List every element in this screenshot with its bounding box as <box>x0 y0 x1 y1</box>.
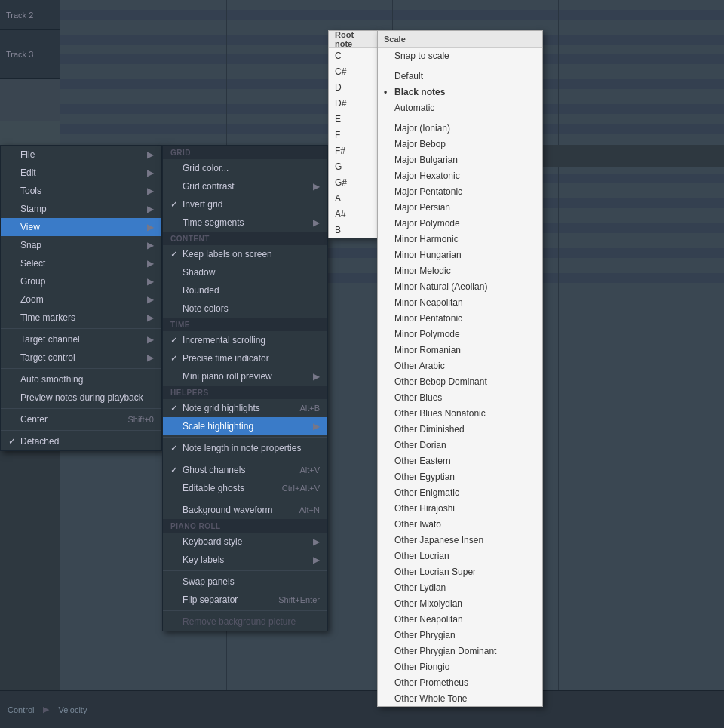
menu-tools[interactable]: Tools ▶ <box>1 182 161 200</box>
root-g[interactable]: G <box>329 158 377 174</box>
scale-major-bulgarian[interactable]: Major Bulgarian <box>378 152 542 167</box>
root-cs[interactable]: C# <box>329 63 377 79</box>
scale-other-egyptian[interactable]: Other Egyptian <box>378 468 542 484</box>
root-fs[interactable]: F# <box>329 143 377 158</box>
menu-time-markers[interactable]: Time markers ▶ <box>1 309 161 327</box>
scale-other-enigmatic[interactable]: Other Enigmatic <box>378 484 542 500</box>
note-length-properties[interactable]: ✓ Note length in note properties <box>163 439 327 457</box>
editable-ghosts[interactable]: Editable ghosts Ctrl+Alt+V <box>163 479 327 497</box>
scale-highlighting[interactable]: Scale highlighting ▶ <box>163 417 327 435</box>
menu-select[interactable]: Select ▶ <box>1 254 161 272</box>
menu-detached[interactable]: ✓ Detached <box>1 432 161 450</box>
helpers-divider2 <box>163 459 327 459</box>
keep-labels[interactable]: ✓ Keep labels on screen <box>163 245 327 263</box>
scale-snap[interactable]: Snap to scale <box>378 48 542 63</box>
scale-other-blues[interactable]: Other Blues <box>378 389 542 405</box>
scale-other-mixolydian[interactable]: Other Mixolydian <box>378 595 542 611</box>
menu-center[interactable]: Center Shift+0 <box>1 410 161 429</box>
note-colors[interactable]: Note colors <box>163 299 327 318</box>
incremental-scrolling[interactable]: ✓ Incremental scrolling <box>163 331 327 349</box>
scale-other-lydian[interactable]: Other Lydian <box>378 579 542 595</box>
root-d[interactable]: D <box>329 79 377 95</box>
grid-section-header: Grid <box>163 146 327 159</box>
divider-1 <box>1 328 161 329</box>
scale-other-prometheus[interactable]: Other Prometheus <box>378 674 542 690</box>
root-gs[interactable]: G# <box>329 174 377 190</box>
scale-other-locrian[interactable]: Other Locrian <box>378 548 542 564</box>
scale-major-polymode[interactable]: Major Polymode <box>378 215 542 231</box>
menu-auto-smoothing[interactable]: Auto smoothing <box>1 370 161 389</box>
bottom-divider1 <box>163 570 327 571</box>
menu-edit[interactable]: Edit ▶ <box>1 164 161 182</box>
scale-other-blues-nonatonic[interactable]: Other Blues Nonatonic <box>378 405 542 421</box>
scale-other-bebop-dominant[interactable]: Other Bebop Dominant <box>378 373 542 389</box>
scale-other-dorian[interactable]: Other Dorian <box>378 437 542 453</box>
scale-automatic[interactable]: Automatic <box>378 100 542 115</box>
ghost-channels[interactable]: ✓ Ghost channels Alt+V <box>163 461 327 479</box>
rounded[interactable]: Rounded <box>163 281 327 299</box>
menu-stamp[interactable]: Stamp ▶ <box>1 200 161 218</box>
scale-major-ionian[interactable]: Major (Ionian) <box>378 120 542 136</box>
scale-minor-romanian[interactable]: Minor Romanian <box>378 342 542 358</box>
scale-other-neapolitan[interactable]: Other Neapolitan <box>378 611 542 627</box>
root-as[interactable]: A# <box>329 206 377 222</box>
menu-zoom[interactable]: Zoom ▶ <box>1 290 161 309</box>
menu-view[interactable]: View ▶ <box>1 218 161 236</box>
keyboard-style[interactable]: Keyboard style ▶ <box>163 533 327 551</box>
time-segments[interactable]: Time segments ▶ <box>163 213 327 232</box>
root-c[interactable]: C <box>329 48 377 63</box>
menu-snap[interactable]: Snap ▶ <box>1 236 161 254</box>
menu-target-control[interactable]: Target control ▶ <box>1 349 161 367</box>
background-waveform[interactable]: Background waveform Alt+N <box>163 501 327 519</box>
scale-minor-natural[interactable]: Minor Natural (Aeolian) <box>378 278 542 294</box>
scale-default[interactable]: Default <box>378 68 542 84</box>
scale-black-notes[interactable]: • Black notes <box>378 84 542 100</box>
root-f[interactable]: F <box>329 127 377 143</box>
menu-group[interactable]: Group ▶ <box>1 272 161 290</box>
key-labels[interactable]: Key labels ▶ <box>163 551 327 569</box>
mini-piano-preview[interactable]: Mini piano roll preview ▶ <box>163 367 327 386</box>
grid-contrast[interactable]: Grid contrast ▶ <box>163 177 327 195</box>
scale-major-pentatonic[interactable]: Major Pentatonic <box>378 183 542 199</box>
scale-other-whole-tone[interactable]: Other Whole Tone <box>378 690 542 706</box>
invert-grid[interactable]: ✓ Invert grid <box>163 195 327 213</box>
menu-file[interactable]: File ▶ <box>1 146 161 164</box>
menu-target-channel[interactable]: Target channel ▶ <box>1 330 161 349</box>
scale-panel-header: Scale <box>378 31 542 48</box>
scale-other-phrygian-dominant[interactable]: Other Phrygian Dominant <box>378 643 542 659</box>
note-grid-highlights[interactable]: ✓ Note grid highlights Alt+B <box>163 399 327 417</box>
root-a[interactable]: A <box>329 190 377 206</box>
scale-minor-harmonic[interactable]: Minor Harmonic <box>378 231 542 247</box>
shadow[interactable]: Shadow <box>163 263 327 281</box>
scale-minor-neapolitan[interactable]: Minor Neapolitan <box>378 294 542 310</box>
precise-time[interactable]: ✓ Precise time indicator <box>163 349 327 367</box>
scale-major-hexatonic[interactable]: Major Hexatonic <box>378 167 542 183</box>
scale-other-diminished[interactable]: Other Diminished <box>378 421 542 437</box>
scale-minor-melodic[interactable]: Minor Melodic <box>378 263 542 278</box>
scale-other-arabic[interactable]: Other Arabic <box>378 358 542 373</box>
scale-major-bebop[interactable]: Major Bebop <box>378 136 542 152</box>
bottom-divider2 <box>163 610 327 611</box>
scale-other-japanese-insen[interactable]: Other Japanese Insen <box>378 532 542 548</box>
grid-color[interactable]: Grid color... <box>163 159 327 177</box>
scale-minor-hungarian[interactable]: Minor Hungarian <box>378 247 542 263</box>
scale-other-phrygian[interactable]: Other Phrygian <box>378 627 542 643</box>
control-bar: Control ▶ Velocity <box>0 690 724 728</box>
root-e[interactable]: E <box>329 111 377 127</box>
root-b[interactable]: B <box>329 222 377 238</box>
scale-minor-polymode[interactable]: Minor Polymode <box>378 326 542 342</box>
control-label[interactable]: Control <box>8 705 34 714</box>
root-ds[interactable]: D# <box>329 95 377 111</box>
root-note-header: Root note <box>329 31 377 48</box>
scale-other-eastern[interactable]: Other Eastern <box>378 453 542 468</box>
scale-other-hirajoshi[interactable]: Other Hirajoshi <box>378 500 542 516</box>
swap-panels[interactable]: Swap panels <box>163 573 327 591</box>
scale-other-iwato[interactable]: Other Iwato <box>378 516 542 532</box>
scale-minor-pentatonic[interactable]: Minor Pentatonic <box>378 310 542 326</box>
scale-other-locrian-super[interactable]: Other Locrian Super <box>378 564 542 579</box>
menu-preview-notes[interactable]: Preview notes during playback <box>1 389 161 407</box>
scale-major-persian[interactable]: Major Persian <box>378 199 542 215</box>
flip-separator[interactable]: Flip separator Shift+Enter <box>163 591 327 609</box>
scale-other-piongio[interactable]: Other Piongio <box>378 659 542 674</box>
velocity-label[interactable]: Velocity <box>58 705 87 714</box>
